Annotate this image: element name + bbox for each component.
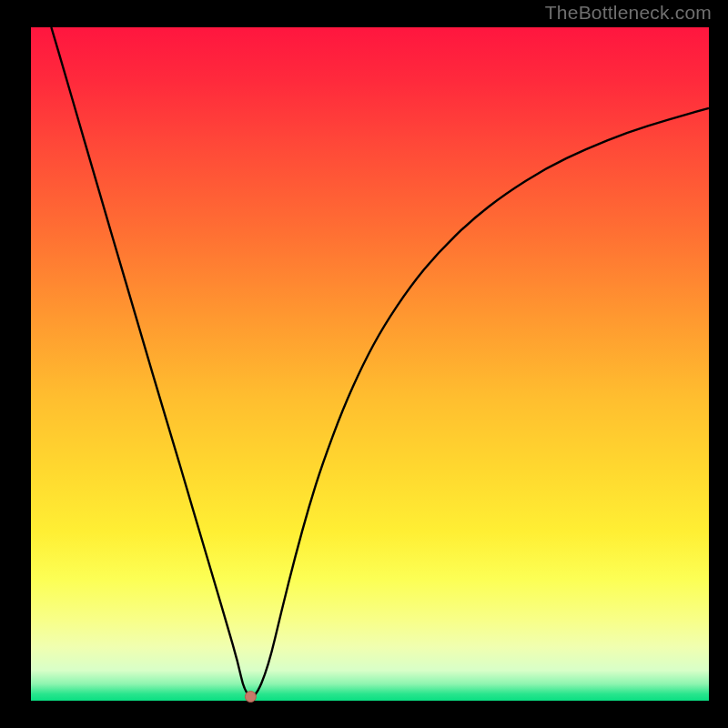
minimum-marker-dot (245, 692, 256, 703)
bottleneck-chart (0, 0, 728, 728)
plot-background (31, 27, 709, 701)
chart-frame: { "attribution": "TheBottleneck.com", "c… (0, 0, 728, 728)
attribution-label: TheBottleneck.com (545, 2, 712, 24)
